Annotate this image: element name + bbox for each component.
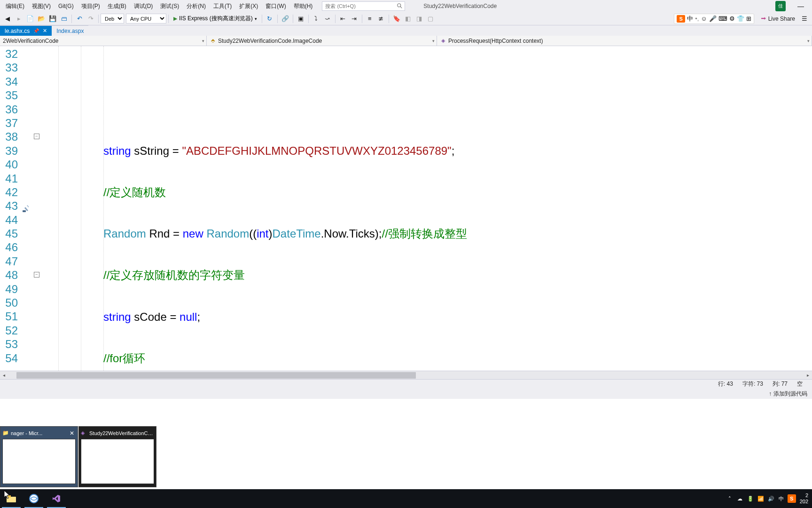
editor-scrollbar[interactable]: ◂ ▸ [0, 371, 812, 379]
ime-cn[interactable]: 中 [687, 15, 693, 23]
menu-git[interactable]: Git(G) [55, 1, 78, 11]
tab-active[interactable]: le.ashx.cs 📌 ✕ [0, 25, 52, 36]
nav-project[interactable]: 2WebVerificationCode ▾ [0, 36, 207, 46]
tray-onedrive-icon[interactable]: ☁ [735, 489, 745, 508]
line-number: 38 [0, 130, 22, 143]
tray-wifi-icon[interactable]: 📶 [756, 489, 766, 508]
add-to-source-bar[interactable]: ↑ 添加到源代码 [0, 389, 812, 399]
tray-clock[interactable]: 2 202 [797, 492, 811, 505]
platform-select[interactable]: Any CPU [126, 14, 166, 24]
ime-grid-icon[interactable]: ⊞ [746, 15, 751, 22]
svg-rect-2 [23, 210, 26, 212]
line-number: 45 [0, 227, 22, 240]
menu-help[interactable]: 帮助(H) [290, 1, 317, 12]
solution-name[interactable]: Study22WebVerificationCode [416, 1, 504, 11]
quick-action-icon[interactable] [22, 204, 31, 214]
menu-test[interactable]: 测试(S) [156, 1, 183, 12]
ime-bar[interactable]: S 中 •, ☺ 🎤 ⌨ ⚙ 👕 ⊞ [674, 14, 754, 24]
fold-toggle[interactable]: − [34, 134, 39, 139]
sogou-icon: S [677, 15, 685, 23]
tab-inactive[interactable]: Index.aspx [52, 25, 88, 36]
menu-extensions[interactable]: 扩展(X) [235, 1, 262, 12]
run-button[interactable]: ▶ IIS Express (搜狗高速浏览器) ▾ [171, 14, 260, 24]
indent-button[interactable]: ⇥ [349, 14, 359, 24]
nav-method[interactable]: ◈ ProcessRequest(HttpContext context) ▾ [437, 36, 812, 46]
close-icon[interactable]: ✕ [43, 28, 47, 34]
tray-battery-icon[interactable]: 🔋 [745, 489, 756, 508]
line-number: 34 [0, 75, 22, 88]
nav-bar: 2WebVerificationCode ▾ ⬘ Study22WebVerif… [0, 36, 812, 46]
search-box [322, 1, 405, 11]
forward-button[interactable]: ▸ [14, 14, 24, 24]
outdent-button[interactable]: ⇤ [338, 14, 348, 24]
tray-volume-icon[interactable]: 🔊 [766, 489, 776, 508]
back-button[interactable]: ◀ [2, 14, 13, 24]
new-file-button[interactable]: 📄 [25, 14, 35, 24]
line-number: 39 [0, 144, 22, 158]
tb-misc-3[interactable]: ▢ [425, 14, 436, 24]
redo-button[interactable]: ↷ [86, 14, 96, 24]
file-tabs: le.ashx.cs 📌 ✕ Index.aspx [0, 25, 812, 36]
run-label: IIS Express (搜狗高速浏览器) [179, 15, 253, 23]
refresh-button[interactable]: ↻ [265, 14, 275, 24]
toolbar: ◀ ▸ 📄 📂 💾 🗃 ↶ ↷ Debug Any CPU ▶ IIS Expr… [0, 12, 812, 25]
step-over-button[interactable]: ⤻ [322, 14, 333, 24]
avatar[interactable]: 佳 [775, 1, 786, 11]
code-editor[interactable]: 3233343536373839404142434445464748495051… [0, 46, 812, 371]
tray-chevron-icon[interactable]: ˄ [725, 489, 735, 508]
nav-method-label: ProcessRequest(HttpContext context) [448, 38, 543, 44]
taskbar-browser[interactable] [23, 489, 45, 508]
nav-class[interactable]: ⬘ Study22WebVerificationCode.ImageCode ▾ [207, 36, 437, 46]
line-number: 50 [0, 296, 22, 310]
menu-project[interactable]: 项目(P) [78, 1, 104, 12]
taskbar-visualstudio[interactable] [45, 489, 68, 508]
ime-mic-icon[interactable]: 🎤 [709, 15, 717, 22]
preview-card-2[interactable]: ◈ Study22WebVerificationCod... [78, 426, 156, 487]
ime-smiley-icon[interactable]: ☺ [701, 15, 707, 22]
menu-view[interactable]: 视图(V) [28, 1, 55, 12]
step-into-button[interactable]: ⤵ [311, 14, 321, 24]
bookmark-button[interactable]: 🔖 [391, 14, 402, 24]
menu-debug[interactable]: 调试(D) [130, 1, 157, 12]
scroll-thumb[interactable] [16, 372, 416, 379]
comment-button[interactable]: ≡ [365, 14, 375, 24]
tray-sogou-icon[interactable]: S [788, 494, 796, 503]
preview-card-1[interactable]: 📁 nager - Micr... ✕ [0, 426, 78, 487]
scroll-left-icon[interactable]: ◂ [0, 371, 8, 379]
browser-link-button[interactable]: 🔗 [280, 14, 290, 24]
scroll-right-icon[interactable]: ▸ [804, 371, 812, 379]
ime-kbd-icon[interactable]: ⌨ [718, 15, 727, 22]
menu-window[interactable]: 窗口(W) [262, 1, 289, 12]
uncomment-button[interactable]: ≢ [376, 14, 386, 24]
save-all-button[interactable]: 🗃 [59, 14, 69, 24]
tray-ime[interactable]: 中 [776, 489, 787, 508]
menu-bar: 编辑(E) 视图(V) Git(G) 项目(P) 生成(B) 调试(D) 测试(… [0, 0, 812, 12]
tb-misc-1[interactable]: ◧ [403, 14, 413, 24]
search-input[interactable] [322, 1, 405, 11]
config-select[interactable]: Debug [101, 14, 124, 24]
save-button[interactable]: 💾 [47, 14, 58, 24]
margin-column [22, 46, 33, 371]
code-area[interactable]: string sString = "ABCDEFGHIJKLMNOPQRSTUV… [44, 46, 812, 371]
menu-analyze[interactable]: 分析(N) [183, 1, 210, 12]
feedback-button[interactable]: ☰ [799, 14, 810, 24]
open-button[interactable]: 📂 [36, 14, 47, 24]
minimize-button[interactable]: — [791, 1, 810, 11]
line-number: 49 [0, 282, 22, 296]
ime-gear-icon[interactable]: ⚙ [729, 15, 735, 22]
menu-tools[interactable]: 工具(T) [210, 1, 235, 12]
pin-icon[interactable]: 📌 [33, 28, 39, 33]
live-share-button[interactable]: ⮕ Live Share [757, 14, 799, 24]
menu-edit[interactable]: 编辑(E) [2, 1, 28, 12]
fold-column: − − [33, 46, 44, 371]
line-number: 35 [0, 88, 22, 102]
ime-skin-icon[interactable]: 👕 [737, 15, 744, 22]
line-number: 36 [0, 103, 22, 116]
undo-button[interactable]: ↶ [74, 14, 85, 24]
tb-icon-1[interactable]: ▣ [296, 14, 306, 24]
method-icon: ◈ [440, 38, 446, 44]
menu-build[interactable]: 生成(B) [104, 1, 130, 12]
fold-toggle[interactable]: − [34, 272, 39, 278]
tb-misc-2[interactable]: ◨ [414, 14, 424, 24]
close-icon[interactable]: ✕ [68, 430, 76, 437]
